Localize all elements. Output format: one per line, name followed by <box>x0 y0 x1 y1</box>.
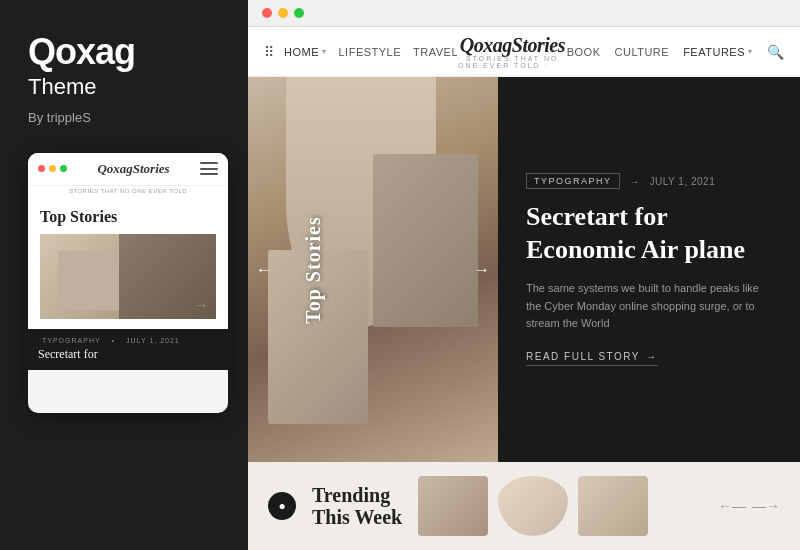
nav-features-chevron: ▾ <box>748 47 753 56</box>
mobile-dot-red <box>38 165 45 172</box>
trending-next-button[interactable]: —→ <box>752 498 780 514</box>
hero-meta-info: TYPOGRAPHY → JULY 1, 2021 <box>526 173 772 189</box>
grid-icon[interactable]: ⠿ <box>264 44 274 60</box>
hero-image-panel: ← Top Stories → <box>248 77 498 462</box>
main-preview: ⠿ HOME ▾ LIFESTYLE TRAVEL QoxagStories ·… <box>248 0 800 550</box>
mobile-arrow-right-icon[interactable]: → <box>194 297 208 313</box>
hero-meta-separator: → <box>630 176 640 187</box>
nav-left-links: HOME ▾ LIFESTYLE TRAVEL <box>284 46 458 58</box>
trending-bullet-icon: ● <box>268 492 296 520</box>
trending-title: Trending This Week <box>312 484 402 528</box>
author-credit: By trippleS <box>28 110 220 125</box>
nav-brand-name: QoxagStories <box>460 34 565 57</box>
hero-main-image <box>248 77 498 462</box>
nav-home-link[interactable]: HOME ▾ <box>284 46 327 58</box>
mobile-content: Top Stories → <box>28 198 228 329</box>
trending-image-3 <box>578 476 648 536</box>
nav-center-brand: QoxagStories · STORIES THAT NO ONE EVER … <box>458 34 567 69</box>
mobile-window-dots <box>38 165 67 172</box>
theme-label: Theme <box>28 74 220 100</box>
sidebar: Qoxag Theme By trippleS QoxagStories STO… <box>0 0 248 550</box>
nav-brand-tagline: · STORIES THAT NO ONE EVER TOLD · <box>458 55 567 69</box>
hero-content-panel: TYPOGRAPHY → JULY 1, 2021 Secretart for … <box>498 77 800 462</box>
mobile-menu-icon[interactable] <box>200 162 218 175</box>
nav-home-chevron: ▾ <box>322 47 327 56</box>
mobile-logo-area: QoxagStories <box>67 161 200 177</box>
hero-date: JULY 1, 2021 <box>650 176 716 187</box>
browser-top-bar <box>248 0 800 27</box>
mobile-top-bar: QoxagStories <box>28 153 228 186</box>
website-navbar: ⠿ HOME ▾ LIFESTYLE TRAVEL QoxagStories ·… <box>248 27 800 77</box>
mobile-logo: QoxagStories <box>97 161 169 177</box>
nav-right-links: BOOK CULTURE FEATURES ▾ 🔍 <box>567 44 784 60</box>
trending-prev-button[interactable]: ←— <box>718 498 746 514</box>
mobile-article-category: TYPOGRAPHY • JULY 1, 2021 <box>38 337 218 344</box>
trending-section: ● Trending This Week ←— —→ <box>248 462 800 550</box>
trending-image-1 <box>418 476 488 536</box>
hero-article-title: Secretart for Economic Air plane <box>526 201 772 266</box>
mobile-person-image <box>40 234 216 319</box>
read-more-arrow: → <box>646 351 658 362</box>
browser-dot-green <box>294 8 304 18</box>
hero-next-arrow[interactable]: → <box>474 261 490 279</box>
hero-section: ← Top Stories → TYPOGRAPHY → JULY 1, 202… <box>248 77 800 462</box>
mobile-dot-green <box>60 165 67 172</box>
mobile-tagline: STORIES THAT NO ONE EVER TOLD <box>28 186 228 198</box>
hero-article-description: The same systems we built to handle peak… <box>526 280 772 333</box>
hero-sub-image <box>373 154 478 327</box>
hero-prev-arrow[interactable]: ← <box>256 261 272 279</box>
mobile-hero-image: → <box>40 234 216 319</box>
mobile-preview: QoxagStories STORIES THAT NO ONE EVER TO… <box>28 153 228 413</box>
trending-images <box>418 476 702 536</box>
nav-book-link[interactable]: BOOK <box>567 46 601 58</box>
theme-name: Qoxag <box>28 32 220 72</box>
search-icon[interactable]: 🔍 <box>767 44 785 60</box>
mobile-article-preview: TYPOGRAPHY • JULY 1, 2021 Secretart for <box>28 329 228 371</box>
hero-vertical-label: Top Stories <box>302 216 325 324</box>
browser-dot-yellow <box>278 8 288 18</box>
mobile-dot-yellow <box>49 165 56 172</box>
nav-features-link[interactable]: FEATURES ▾ <box>683 46 752 58</box>
read-more-label: READ FULL STORY <box>526 351 640 362</box>
nav-lifestyle-link[interactable]: LIFESTYLE <box>339 46 402 58</box>
hero-read-more-link[interactable]: READ FULL STORY → <box>526 351 658 366</box>
trending-image-2 <box>498 476 568 536</box>
mobile-top-stories-label: Top Stories <box>40 208 216 226</box>
nav-travel-link[interactable]: TRAVEL <box>413 46 458 58</box>
trending-nav-controls: ←— —→ <box>718 498 780 514</box>
nav-culture-link[interactable]: CULTURE <box>615 46 670 58</box>
hero-category-tag[interactable]: TYPOGRAPHY <box>526 173 620 189</box>
mobile-article-title: Secretart for <box>38 347 218 363</box>
browser-dot-red <box>262 8 272 18</box>
